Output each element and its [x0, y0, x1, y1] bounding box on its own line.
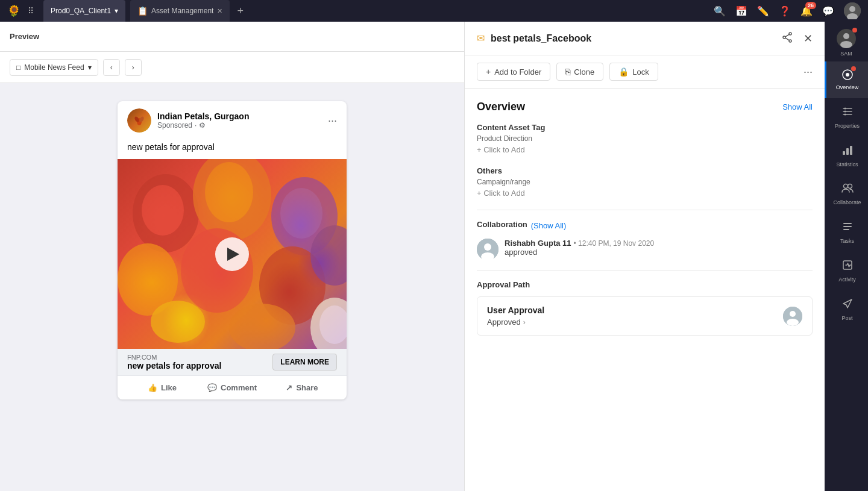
collaborator-name-row: Rishabh Gupta 11 • 12:40 PM, 19 Nov 2020: [505, 239, 813, 248]
chevron-down-icon: ▾: [88, 63, 92, 72]
clone-button[interactable]: ⎘ Clone: [556, 63, 603, 81]
svg-rect-46: [843, 229, 849, 230]
lock-button[interactable]: 🔒 Lock: [609, 63, 658, 81]
video-play-button[interactable]: [215, 237, 249, 271]
detail-actions: + Add to Folder ⎘ Clone 🔒 Lock ···: [465, 55, 825, 89]
next-button[interactable]: ›: [125, 59, 142, 76]
preview-content: Indian Petals, Gurgaon Sponsored · ⚙ ···…: [0, 83, 464, 491]
close-button[interactable]: ✕: [804, 32, 813, 45]
svg-point-7: [142, 185, 184, 236]
svg-rect-41: [850, 146, 852, 155]
add-to-folder-button[interactable]: + Add to Folder: [477, 63, 550, 81]
notification-count: 26: [805, 2, 816, 9]
show-all-collab-link[interactable]: (Show All): [531, 221, 567, 230]
chat-icon[interactable]: 💬: [822, 5, 834, 17]
sidebar-item-properties[interactable]: Properties: [825, 98, 868, 137]
approval-path-label: Approval Path: [477, 280, 813, 289]
sidebar-post-label: Post: [841, 315, 852, 322]
sam-label: SAM: [840, 51, 852, 57]
show-all-link[interactable]: Show All: [782, 102, 813, 111]
chevron-left-icon: ‹: [110, 63, 113, 72]
share-button[interactable]: [782, 32, 793, 45]
add-tab-button[interactable]: +: [237, 5, 244, 17]
sidebar-item-activity[interactable]: Activity: [825, 252, 868, 290]
sidebar-item-tasks[interactable]: Tasks: [825, 213, 868, 252]
user-approval-label: User Approval: [487, 305, 544, 315]
play-icon: [227, 248, 239, 261]
sidebar-item-post[interactable]: Post: [825, 290, 868, 329]
collaborator-meta: • 12:40 PM, 19 Nov 2020: [574, 239, 655, 248]
overview-title: Overview: [477, 101, 525, 113]
add-campaign-button[interactable]: + Click to Add: [477, 189, 813, 198]
divider-1: [477, 210, 813, 210]
detail-panel: ✉ best petals_Facebook ✕ + Add to Folder…: [464, 22, 825, 491]
sam-user-section[interactable]: SAM: [834, 24, 858, 61]
tab-icon: 📋: [137, 6, 148, 16]
approval-info: User Approval Approved ›: [487, 305, 544, 327]
product-direction-label: Product Direction: [477, 134, 813, 143]
overview-badge: [851, 66, 856, 71]
preview-toolbar: □ Mobile News Feed ▾ ‹ ›: [0, 52, 464, 83]
add-content-tag-button[interactable]: + Click to Add: [477, 145, 813, 154]
edit-icon[interactable]: ✏️: [757, 5, 769, 17]
calendar-icon[interactable]: 📅: [735, 5, 747, 17]
prev-button[interactable]: ‹: [103, 59, 120, 76]
collaborator-status: approved: [505, 248, 813, 257]
workspace-label: Prod0_QA_Client1: [51, 7, 111, 15]
svg-rect-39: [843, 151, 845, 155]
others-label: Others: [477, 166, 813, 175]
preview-panel: Preview □ Mobile News Feed ▾ ‹ ›: [0, 22, 464, 491]
learn-more-button[interactable]: LEARN MORE: [272, 354, 337, 371]
sidebar-item-statistics[interactable]: Statistics: [825, 137, 868, 175]
more-options-button[interactable]: ···: [804, 66, 813, 78]
folder-add-icon: +: [486, 67, 491, 77]
fb-card-header: Indian Petals, Gurgaon Sponsored · ⚙ ···: [118, 101, 347, 140]
asset-management-tab[interactable]: 📋 Asset Management ✕: [130, 0, 230, 22]
workspace-tab[interactable]: Prod0_QA_Client1 ▾: [43, 0, 125, 22]
help-icon[interactable]: ❓: [779, 5, 791, 17]
topbar: 🌻 ⠿ Prod0_QA_Client1 ▾ 📋 Asset Managemen…: [0, 0, 868, 22]
activity-icon: [841, 259, 854, 274]
collaboration-section: Collaboration (Show All) Rishabh Gupta 1…: [477, 220, 813, 260]
divider-2: [477, 270, 813, 271]
svg-point-11: [280, 188, 322, 239]
svg-point-36: [844, 107, 846, 109]
user-avatar[interactable]: [844, 2, 861, 19]
chevron-right-icon: ›: [523, 318, 526, 327]
fb-like-button[interactable]: 👍 Like: [127, 378, 197, 397]
dropdown-label: Mobile News Feed: [24, 63, 84, 72]
svg-rect-45: [843, 226, 852, 227]
fb-page-avatar: [127, 108, 151, 133]
sidebar-activity-label: Activity: [838, 277, 856, 283]
grid-icon[interactable]: ⠿: [28, 6, 34, 16]
fb-cta-text: new petals for approval: [127, 361, 266, 371]
others-field-group: Others Campaign/range + Click to Add: [477, 166, 813, 198]
svg-rect-40: [846, 148, 849, 155]
mobile-news-feed-dropdown[interactable]: □ Mobile News Feed ▾: [10, 59, 98, 76]
svg-point-16: [151, 301, 205, 343]
tab-close-icon: ✕: [217, 7, 222, 15]
svg-line-24: [785, 37, 789, 40]
app-logo: 🌻: [7, 4, 20, 17]
properties-icon: [841, 105, 854, 120]
search-icon[interactable]: 🔍: [714, 5, 726, 17]
svg-point-30: [787, 319, 799, 326]
sidebar-item-overview[interactable]: Overview: [825, 61, 868, 98]
sidebar-overview-label: Overview: [836, 84, 859, 91]
preview-title: Preview: [10, 32, 39, 41]
svg-point-21: [783, 36, 785, 39]
fb-post-image: [118, 159, 347, 349]
fb-share-button[interactable]: ↗ Share: [267, 378, 337, 397]
collaborator-info: Rishabh Gupta 11 • 12:40 PM, 19 Nov 2020…: [505, 239, 813, 257]
fb-post-text: new petals for approval: [118, 140, 347, 159]
sidebar-item-collaborate[interactable]: Collaborate: [825, 175, 868, 213]
fb-more-icon[interactable]: ···: [328, 114, 337, 127]
content-asset-tag-label: Content Asset Tag: [477, 123, 813, 132]
fb-comment-button[interactable]: 💬 Comment: [197, 378, 267, 397]
fb-domain-name: FNP.COM: [127, 354, 266, 361]
fb-page-info: Indian Petals, Gurgaon Sponsored · ⚙: [157, 111, 322, 130]
detail-header: ✉ best petals_Facebook ✕: [465, 22, 825, 55]
notification-bell[interactable]: 🔔 26: [800, 5, 813, 17]
approval-box[interactable]: User Approval Approved ›: [477, 296, 813, 336]
svg-point-33: [840, 41, 852, 48]
